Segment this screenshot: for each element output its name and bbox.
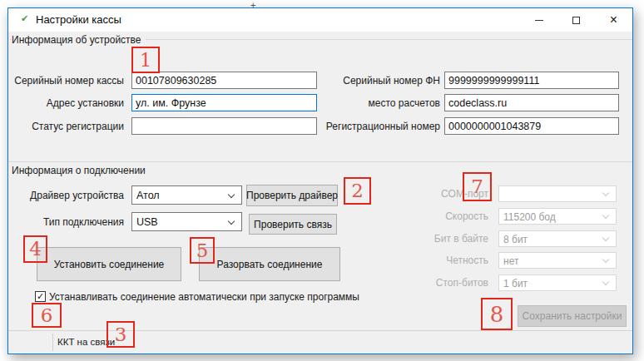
annotation-3: 3 [107,321,135,348]
registration-number-input[interactable] [444,117,619,135]
device-driver-select[interactable]: Атол [131,185,242,205]
annotation-5: 5 [190,237,215,264]
label-payment-place: место расчетов [311,97,440,109]
stop-bits-value: 1 бит [503,278,528,289]
label-registration-number: Регистрационный номер [311,121,440,132]
parity-value: нет [503,255,518,267]
check-icon: ✔ [21,13,28,24]
checkbox-check-icon: ✓ [37,292,44,301]
minimize-button[interactable] [520,8,557,32]
status-separator [52,334,53,351]
chevron-down-icon [602,190,609,196]
annotation-4: 4 [23,235,47,263]
chevron-down-icon [602,279,609,285]
install-address-input[interactable] [131,94,317,111]
group-divider [8,161,632,162]
autoconnect-checkbox[interactable]: ✓ [35,291,46,302]
group-title-device-info: Информация об устройстве [12,34,146,46]
com-port-select [498,185,617,202]
chevron-down-icon [602,235,609,241]
connection-type-value: USB [136,216,158,228]
chevron-down-icon [228,218,235,225]
payment-place-input[interactable] [444,94,619,111]
serial-number-input[interactable] [131,72,317,89]
label-parity: Четность [397,255,488,266]
annotation-2: 2 [344,177,371,205]
annotation-7: 7 [463,172,492,201]
label-install-address: Адрес установки [8,97,124,109]
annotation-6: 6 [32,303,62,328]
settings-window: ✔ Настройки кассы × Информация об устрой… [7,7,633,354]
screen: + ✔ Настройки кассы × Информация об устр… [0,0,644,361]
connection-type-select[interactable]: USB [131,212,242,231]
label-device-driver: Драйвер устройства [8,190,124,201]
baud-rate-value: 115200 бод [503,211,556,223]
close-button[interactable]: × [595,8,632,32]
label-registration-status: Статус регистрации [8,121,124,132]
group-title-connection-info: Информация о подключении [12,165,150,176]
label-serial-number: Серийный номер кассы [8,75,124,87]
window-title: Настройки кассы [36,13,121,26]
label-bits-per-byte: Бит в байте [397,233,488,245]
bits-per-byte-select: 8 бит [498,230,617,247]
check-driver-button[interactable]: Проверить драйвер [246,185,338,206]
stop-bits-select: 1 бит [498,274,617,291]
label-connection-type: Тип подключения [8,216,124,228]
label-baud-rate: Скорость [397,210,488,222]
minimize-icon [535,20,543,21]
annotation-8: 8 [481,298,513,330]
chevron-down-icon [602,256,609,263]
save-settings-button[interactable]: Сохранить настройки [518,305,627,327]
maximize-button[interactable] [557,8,595,32]
maximize-icon [572,17,580,24]
check-connection-button[interactable]: Проверить связь [249,214,337,235]
baud-rate-select: 115200 бод [498,208,617,225]
window-controls: × [520,8,632,32]
connect-button[interactable]: Установить соединение [37,247,181,281]
label-fn-serial: Серийный номер ФН [311,75,440,87]
status-bar: ККТ на связи [8,330,632,354]
autoconnect-checkbox-label: Устанавливать соединение автоматически п… [49,291,359,303]
close-icon: × [610,13,617,27]
device-driver-value: Атол [136,190,160,201]
bits-per-byte-value: 8 бит [503,234,528,245]
fn-serial-input[interactable] [444,72,619,89]
chevron-down-icon [602,212,609,219]
label-stop-bits: Стоп-битов [397,277,488,289]
title-bar[interactable]: ✔ Настройки кассы × [8,8,632,32]
registration-status-input[interactable] [131,117,317,135]
disconnect-button[interactable]: Разорвать соединение [199,247,340,281]
annotation-1: 1 [131,47,160,73]
parity-select: нет [498,252,617,269]
chevron-down-icon [228,191,235,198]
